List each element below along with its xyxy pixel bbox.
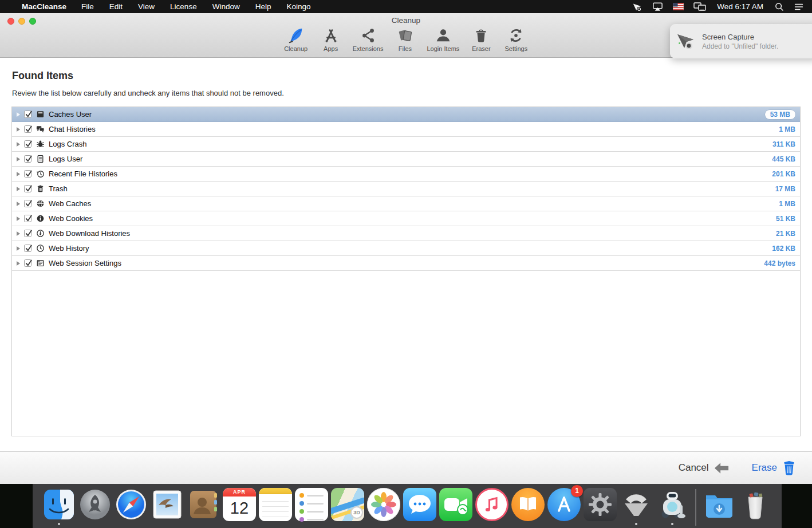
item-checkbox[interactable] [24, 125, 31, 133]
erase-button[interactable]: Erase [752, 460, 796, 476]
dock-maccleanse[interactable] [656, 488, 689, 521]
toolbar-cleanup[interactable]: Cleanup [283, 27, 309, 52]
airplay-display-icon[interactable] [652, 1, 663, 12]
notification-center-icon[interactable] [794, 2, 804, 12]
dock-koingo-updater[interactable] [620, 488, 653, 521]
list-item[interactable]: Recent File Histories201 KB [12, 167, 800, 182]
robot-icon [656, 488, 689, 521]
dock-itunes[interactable] [475, 488, 509, 521]
toolbar-files[interactable]: Files [392, 27, 418, 52]
menu-view[interactable]: View [138, 2, 155, 11]
menu-file[interactable]: File [81, 2, 94, 11]
spotlight-search-icon[interactable] [774, 2, 784, 11]
list-item-label: Logs Crash [49, 140, 86, 148]
disclosure-triangle-icon[interactable] [17, 261, 20, 266]
toolbar-apps[interactable]: Apps [318, 27, 344, 52]
dock-finder[interactable] [42, 488, 76, 521]
displays-menu-icon[interactable] [693, 2, 706, 12]
dock-contacts[interactable] [187, 488, 220, 521]
list-item[interactable]: Caches User53 MB [12, 107, 800, 122]
calendar-day: 12 [223, 497, 256, 519]
document-icon [36, 155, 45, 163]
disclosure-triangle-icon[interactable] [17, 172, 20, 176]
main-content: Found Items Review the list below carefu… [0, 58, 812, 451]
menu-koingo[interactable]: Koingo [286, 2, 310, 11]
menu-license[interactable]: License [170, 2, 197, 11]
list-item[interactable]: Chat Histories1 MB [12, 122, 800, 137]
item-checkbox[interactable] [24, 170, 31, 178]
dock-reminders[interactable] [295, 488, 328, 521]
item-checkbox[interactable] [24, 200, 31, 207]
list-item[interactable]: Logs Crash311 KB [12, 137, 800, 152]
menu-help[interactable]: Help [255, 2, 271, 11]
list-item[interactable]: Web Session Settings442 bytes [12, 256, 800, 271]
item-checkbox[interactable] [24, 185, 31, 192]
list-item[interactable]: Web History162 KB [12, 241, 800, 256]
disclosure-triangle-icon[interactable] [17, 142, 20, 147]
menu-bar-clock[interactable]: Wed 6:17 AM [717, 2, 763, 11]
window-icon [36, 259, 45, 267]
us-flag-input-icon[interactable] [673, 3, 684, 10]
item-checkbox[interactable] [24, 111, 31, 118]
disclosure-triangle-icon[interactable] [17, 112, 20, 117]
dock-trash[interactable] [739, 488, 772, 521]
clock-icon [36, 244, 45, 253]
dock-messages[interactable] [403, 488, 436, 521]
list-item[interactable]: Logs User445 KB [12, 152, 800, 167]
page-subtitle: Review the list below carefully and unch… [12, 89, 284, 97]
item-checkbox[interactable] [24, 155, 31, 163]
item-checkbox[interactable] [24, 245, 31, 252]
menu-window[interactable]: Window [212, 2, 240, 11]
list-item[interactable]: Web Caches1 MB [12, 196, 800, 211]
disclosure-triangle-icon[interactable] [17, 246, 20, 251]
item-size-badge: 162 KB [772, 245, 795, 253]
dock-system-preferences[interactable] [584, 488, 617, 521]
dock-launchpad[interactable] [78, 488, 112, 521]
item-checkbox[interactable] [24, 140, 31, 148]
dock-separator [695, 489, 696, 526]
item-size-badge: 17 MB [775, 185, 795, 193]
dock-facetime[interactable] [439, 488, 472, 521]
notification-title: Screen Capture [702, 33, 778, 41]
list-item-label: Logs User [49, 155, 82, 163]
list-item-label: Web History [49, 244, 89, 253]
toolbar-login-items[interactable]: Login Items [427, 27, 459, 52]
list-item-label: Caches User [49, 110, 92, 119]
list-item[interactable]: Trash17 MB [12, 182, 800, 196]
list-item[interactable]: Web Cookies51 KB [12, 211, 800, 226]
menu-app-name[interactable]: MacCleanse [22, 2, 66, 11]
toolbar-extensions[interactable]: Extensions [353, 27, 384, 52]
chat-bubble-icon [403, 488, 436, 521]
menu-edit[interactable]: Edit [109, 2, 123, 11]
item-checkbox[interactable] [24, 215, 31, 222]
dock-calendar[interactable]: APR 12 [223, 488, 256, 521]
item-size-badge: 51 KB [776, 215, 795, 223]
toolbar-eraser[interactable]: Eraser [468, 27, 494, 52]
dock-safari[interactable] [115, 488, 148, 521]
notification-banner[interactable]: Screen Capture Added to "Unfiled" folder… [670, 24, 812, 58]
dock-maps[interactable]: 3D [331, 488, 364, 521]
bug-icon [36, 140, 45, 148]
found-items-list[interactable]: Caches User53 MBChat Histories1 MBLogs C… [11, 107, 801, 436]
disclosure-triangle-icon[interactable] [17, 231, 20, 236]
trash-can-icon [472, 27, 490, 44]
disclosure-triangle-icon[interactable] [17, 202, 20, 206]
dock-ibooks[interactable] [511, 488, 545, 521]
toolbar-settings[interactable]: Settings [503, 27, 529, 52]
disclosure-triangle-icon[interactable] [17, 187, 20, 191]
cancel-button[interactable]: Cancel [679, 462, 729, 474]
dock-photos[interactable] [367, 488, 400, 521]
app-store-badge: 1 [571, 485, 583, 497]
item-checkbox[interactable] [24, 259, 31, 267]
item-checkbox[interactable] [24, 230, 31, 237]
dock-app-store[interactable]: 1 [547, 488, 581, 521]
list-item[interactable]: Web Download Histories21 KB [12, 226, 800, 241]
dock-mail[interactable] [151, 488, 184, 521]
disclosure-triangle-icon[interactable] [17, 157, 20, 161]
screen-capture-menu-icon[interactable] [632, 2, 642, 12]
disclosure-triangle-icon[interactable] [17, 127, 20, 132]
list-item-label: Web Session Settings [49, 259, 121, 267]
dock-notes[interactable] [259, 488, 292, 521]
disclosure-triangle-icon[interactable] [17, 216, 20, 221]
dock-downloads[interactable] [703, 488, 736, 521]
